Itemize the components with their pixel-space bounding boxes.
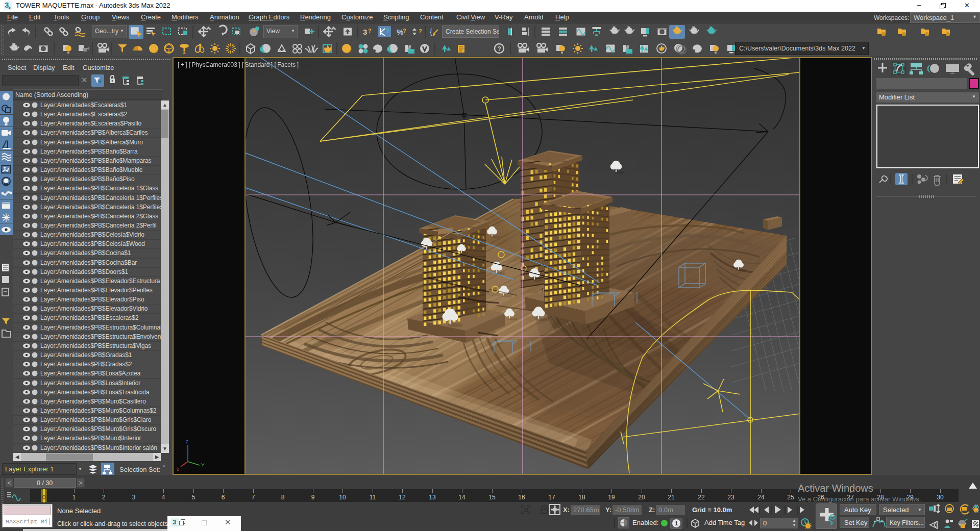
svg-text:?: ? xyxy=(498,45,501,53)
svg-text:?: ? xyxy=(368,28,372,34)
svg-text:{: { xyxy=(430,28,432,36)
svg-text:3: 3 xyxy=(363,28,367,36)
svg-text:Y: Y xyxy=(201,463,205,468)
svg-text:z: z xyxy=(186,439,188,444)
svg-text:x: x xyxy=(177,467,179,472)
svg-text:?: ? xyxy=(386,28,389,34)
svg-text:?: ? xyxy=(419,28,422,34)
svg-text:?: ? xyxy=(403,28,406,34)
